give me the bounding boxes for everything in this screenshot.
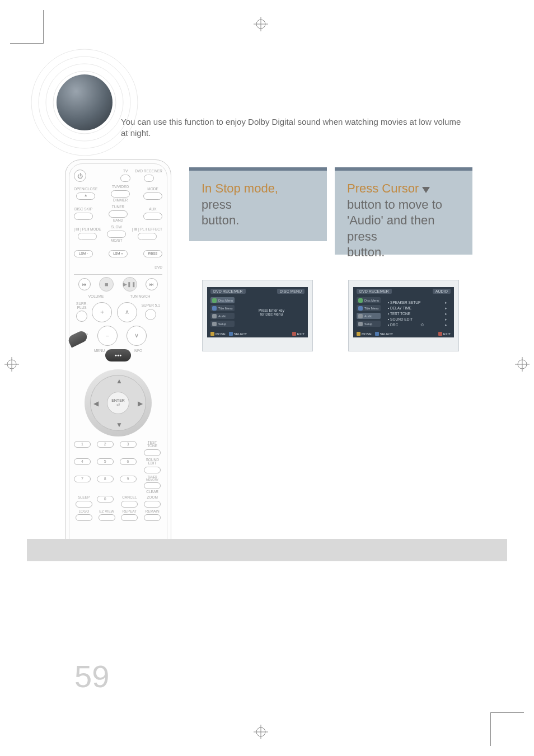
osd1-top-left: DVD RECEIVER <box>210 289 246 294</box>
num-4-button: 4 <box>74 458 91 465</box>
power-icon: ⏻ <box>74 170 86 182</box>
step-2-line3: 'Audio' and then <box>347 213 434 227</box>
volume-up-icon: ＋ <box>92 302 112 322</box>
step-2-card: Press Cursor button to move to 'Audio' a… <box>335 167 472 255</box>
play-pause-icon: ▶❚❚ <box>123 277 137 292</box>
step-2-line2: button to move to <box>347 198 442 212</box>
volume-down-icon: − <box>97 326 118 346</box>
enter-button: ENTER⏎ <box>107 392 129 414</box>
cursor-down-icon: ▼ <box>116 421 123 429</box>
tv-label: TV <box>123 170 128 173</box>
clear-button <box>144 482 161 489</box>
rbss-button: RBSS <box>143 250 162 257</box>
step-2-line5: button. <box>347 245 385 259</box>
osd1-main-line2: for Disc Menu <box>242 312 301 316</box>
cancel-button <box>121 501 138 508</box>
num-3-button: 3 <box>120 441 137 448</box>
tuning-up-icon: ∧ <box>117 302 137 322</box>
intro-description: You can use this function to enjoy Dolby… <box>121 116 462 139</box>
lsm-minus-button: LSM - <box>74 250 93 257</box>
aux-button <box>143 213 162 220</box>
registration-mark-left <box>4 357 19 372</box>
tuning-down-icon: ∨ <box>127 326 147 346</box>
registration-mark-top <box>254 17 268 31</box>
zoom-button <box>144 501 161 508</box>
remote-control-illustration: ⏻ TV DVD RECEIVER OPEN/CLOSE▲ TV/VIDEODI… <box>65 159 171 561</box>
remain-button <box>144 514 161 521</box>
slow-button <box>107 231 126 238</box>
step-2-line4: press <box>347 229 377 243</box>
lsm-plus-button: LSM + <box>109 250 128 257</box>
tv-button <box>120 175 130 182</box>
ezview-button <box>99 514 115 521</box>
decorative-gray-band <box>27 539 507 561</box>
registration-mark-bottom <box>254 725 268 739</box>
osd1-main-line1: Press Enter key <box>242 308 301 312</box>
cursor-down-triangle-icon <box>422 187 430 193</box>
osd-screenshot-audio-menu: DVD RECEIVER AUDIO Disc Menu Title Menu … <box>348 280 459 351</box>
num-2-button: 2 <box>97 441 114 448</box>
decorative-globe-graphic <box>26 44 143 161</box>
page-number: 59 <box>74 658 109 694</box>
logo-button <box>76 514 92 521</box>
crop-mark-br <box>490 712 524 746</box>
num-7-button: 7 <box>74 476 91 482</box>
discskip-button <box>74 213 93 220</box>
crop-mark-tl <box>10 10 44 44</box>
num-1-button: 1 <box>74 441 91 448</box>
num-5-button: 5 <box>97 458 114 465</box>
openclose-button: ▲ <box>76 192 95 200</box>
stop-icon: ■ <box>99 277 114 292</box>
step-2-line1a: Press Cursor <box>347 181 422 195</box>
repeat-button <box>121 514 138 521</box>
tvvideo-button <box>111 190 130 198</box>
navigation-pad: ▲ ▼ ◀ ▶ ENTER⏎ <box>85 369 152 436</box>
mode-button <box>143 192 162 200</box>
cursor-up-icon: ▲ <box>116 377 123 385</box>
sleep-button <box>76 501 92 508</box>
cursor-left-icon: ◀ <box>93 400 99 407</box>
dvdreceiver-button <box>144 175 154 182</box>
num-6-button: 6 <box>120 458 137 465</box>
osd2-top-right: AUDIO <box>433 289 451 294</box>
num-9-button: 9 <box>120 476 137 482</box>
step-1-line3: button. <box>202 213 239 227</box>
prev-track-icon: ⏮ <box>78 278 91 290</box>
pleffect-button <box>138 233 157 240</box>
cursor-right-icon: ▶ <box>138 400 143 407</box>
super51-button <box>145 309 156 320</box>
num-0-button: 0 <box>97 496 114 503</box>
testtone-button <box>144 449 161 456</box>
osd1-top-right: DISC MENU <box>277 289 305 294</box>
osd-screenshot-disc-menu: DVD RECEIVER DISC MENU Disc Menu Title M… <box>202 280 313 351</box>
plmode-button <box>78 233 97 240</box>
tuner-button <box>109 210 128 218</box>
dvdreceiver-label: DVD RECEIVER <box>135 170 162 173</box>
num-8-button: 8 <box>97 476 114 482</box>
osd2-top-left: DVD RECEIVER <box>357 289 392 294</box>
step-1-card: In Stop mode, press button. <box>189 167 327 241</box>
next-track-icon: ⏭ <box>146 278 158 290</box>
registration-mark-right <box>515 357 530 372</box>
step-1-line2: press <box>202 198 232 212</box>
surrplus-button <box>76 311 87 322</box>
step-1-line1: In Stop mode, <box>202 181 278 195</box>
menu-button: ●●● <box>105 349 131 361</box>
soundedit-button <box>144 467 161 473</box>
